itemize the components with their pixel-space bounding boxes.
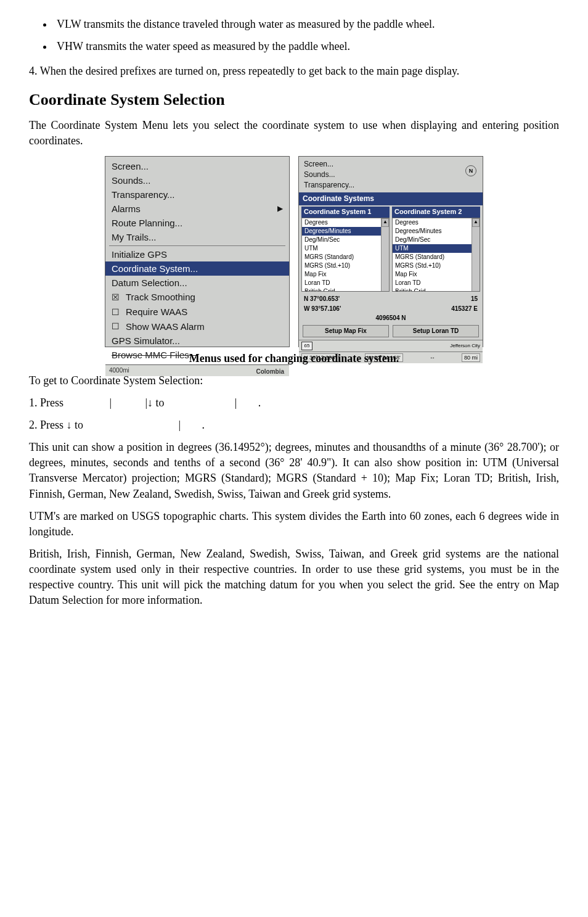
list-option-selected[interactable]: Degrees/Minutes (302, 227, 389, 236)
scroll-up-icon[interactable]: ▲ (472, 218, 480, 227)
list-option-selected[interactable]: UTM (393, 244, 480, 253)
status-distance: 80 mi (462, 353, 480, 363)
list-option[interactable]: Degrees (302, 218, 389, 227)
bullet-list: VLW transmits the distance traveled thro… (54, 17, 559, 54)
menu-item-coordinate-system[interactable]: Coordinate System... (105, 261, 289, 276)
menu-item-track-smoothing[interactable]: Track Smoothing (105, 290, 289, 305)
menu-item-gps-simulator[interactable]: GPS Simulator... (105, 334, 289, 348)
list-option[interactable]: MGRS (Standard) (302, 253, 389, 261)
menu-label: Show WAAS Alarm (126, 320, 205, 333)
checkbox-unchecked-icon (112, 319, 122, 333)
coordinate-systems-panel: Screen... Sounds... Transparency... N Co… (298, 156, 483, 347)
coordinate-readout-row1: N 37°00.653' 15 (299, 294, 483, 304)
menu-label: Require WAAS (126, 305, 187, 318)
scrollbar[interactable]: ▲ (472, 218, 480, 291)
readout-2a: W 93°57.106' (304, 305, 341, 313)
menu-item-route-planning[interactable]: Route Planning... (105, 216, 289, 230)
checkbox-checked-icon (112, 290, 122, 304)
coordinate-column-2: Coordinate System 2 Degrees Degrees/Minu… (392, 207, 480, 291)
figure: Screen... Sounds... Transparency... Alar… (29, 156, 559, 347)
list-option[interactable]: British Grid (302, 287, 389, 292)
status-bar: 65 Jefferson City (299, 340, 483, 352)
list-option[interactable]: MGRS (Std.+10) (393, 261, 480, 270)
arrow-icon: ↔ (430, 354, 435, 362)
column-header-1: Coordinate System 1 (301, 207, 390, 217)
menu-label: Alarms (112, 202, 141, 215)
bullet-item: VLW transmits the distance traveled thro… (54, 17, 559, 32)
map-scale: 4000mi (109, 366, 129, 375)
list-option[interactable]: Map Fix (393, 270, 480, 279)
readout-1b: 15 (471, 295, 478, 303)
button-row: Setup Map Fix Setup Loran TD (299, 324, 483, 340)
intro-paragraph: The Coordinate System Menu lets you sele… (29, 118, 559, 149)
menu-item-sounds: Sounds... (299, 170, 483, 180)
scrollbar[interactable]: ▲ (381, 218, 389, 291)
step-text: |↓ to (145, 395, 164, 411)
route-shield-icon: 65 (301, 342, 312, 350)
step-text: 1. Press (29, 395, 63, 411)
coordinate-listbox-1[interactable]: Degrees Degrees/Minutes Deg/Min/Sec UTM … (301, 218, 390, 292)
step-2: 2. Press ↓ to | . (29, 417, 559, 433)
menu-item-initialize-gps[interactable]: Initialize GPS (105, 247, 289, 261)
step-sep: | (178, 417, 181, 433)
menu-item-screen[interactable]: Screen... (105, 159, 289, 173)
list-option[interactable]: Degrees/Minutes (393, 227, 480, 236)
menu-item-transparency[interactable]: Transparency... (105, 187, 289, 202)
list-option[interactable]: Deg/Min/Sec (393, 236, 480, 244)
list-option[interactable]: Deg/Min/Sec (302, 236, 389, 244)
menu-panel-left: Screen... Sounds... Transparency... Alar… (105, 156, 290, 347)
map-location-label: Colombia (256, 368, 284, 376)
north-indicator-icon: N (465, 165, 476, 176)
city-label: Jefferson City (450, 342, 480, 349)
list-option[interactable]: Loran TD (302, 279, 389, 287)
coordinate-readout-row3: 4096504 N (299, 314, 483, 324)
list-option[interactable]: UTM (302, 244, 389, 253)
list-option[interactable]: British Grid (393, 287, 480, 292)
paragraph-step4: 4. When the desired prefixes are turned … (29, 64, 559, 79)
menu-divider (109, 245, 285, 246)
menu-item-transparency: Transparency... (299, 180, 483, 191)
list-option[interactable]: MGRS (Standard) (393, 253, 480, 261)
step-sep: | (235, 395, 237, 411)
coordinate-readout-row2: W 93°57.106' 415327 E (299, 304, 483, 314)
menu-item-show-waas-alarm[interactable]: Show WAAS Alarm (105, 319, 289, 334)
bullet-item: VHW transmits the water speed as measure… (54, 39, 559, 54)
menu-item-alarms[interactable]: Alarms ▶ (105, 202, 289, 216)
scroll-up-icon[interactable]: ▲ (382, 218, 389, 227)
menu-item-screen: Screen... (299, 159, 483, 170)
body-paragraph-3: British, Irish, Finnish, German, New Zea… (29, 546, 559, 609)
menu-label: Track Smoothing (126, 290, 195, 303)
map-preview: 4000mi Colombia (105, 364, 289, 376)
coordinate-column-1: Coordinate System 1 Degrees Degrees/Minu… (301, 207, 390, 291)
step-1: 1. Press | |↓ to | . (29, 395, 559, 411)
menu-list: Screen... Sounds... Transparency... Alar… (105, 157, 289, 364)
column-header-2: Coordinate System 2 (392, 207, 480, 217)
list-option[interactable]: Map Fix (302, 270, 389, 279)
background-menu: Screen... Sounds... Transparency... N (299, 157, 483, 192)
menu-item-sounds[interactable]: Sounds... (105, 173, 289, 187)
setup-loran-td-button[interactable]: Setup Loran TD (393, 325, 479, 337)
checkbox-unchecked-icon (112, 305, 122, 319)
menu-item-require-waas[interactable]: Require WAAS (105, 305, 289, 319)
setup-map-fix-button[interactable]: Setup Map Fix (303, 325, 389, 337)
readout-1a: N 37°00.653' (304, 295, 340, 303)
menu-item-datum-selection[interactable]: Datum Selection... (105, 276, 289, 290)
submenu-arrow-icon: ▶ (277, 204, 283, 214)
step-text: 2. Press ↓ to (29, 417, 83, 433)
coordinate-columns: Coordinate System 1 Degrees Degrees/Minu… (299, 205, 483, 294)
list-option[interactable]: Degrees (393, 218, 480, 227)
list-option[interactable]: Loran TD (393, 279, 480, 287)
step-sep: | (109, 395, 112, 411)
body-paragraph-2: UTM's are marked on USGS topographic cha… (29, 509, 559, 540)
section-heading: Coordinate System Selection (29, 89, 559, 111)
body-paragraph-1: This unit can show a position in degrees… (29, 440, 559, 502)
readout-2b: 415327 E (451, 305, 478, 313)
menu-item-my-trails[interactable]: My Trails... (105, 230, 289, 244)
dialog-title: Coordinate Systems (299, 192, 483, 205)
coordinate-listbox-2[interactable]: Degrees Degrees/Minutes Deg/Min/Sec UTM … (392, 218, 480, 292)
list-option[interactable]: MGRS (Std.+10) (302, 261, 389, 270)
